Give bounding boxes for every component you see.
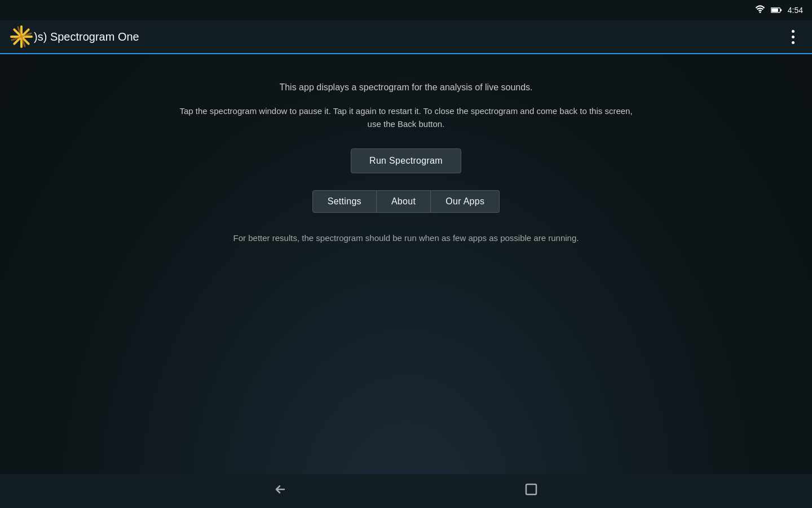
- app-bar: )s) Spectrogram One: [0, 20, 812, 54]
- main-content: This app displays a spectrogram for the …: [0, 54, 812, 474]
- app-title: )s) Spectrogram One: [34, 30, 783, 43]
- description-line2: Tap the spectrogram window to pause it. …: [152, 105, 660, 130]
- our-apps-button[interactable]: Our Apps: [431, 190, 500, 213]
- svg-rect-2: [771, 8, 778, 12]
- overflow-dot-3: [792, 41, 795, 44]
- recent-apps-icon[interactable]: [520, 478, 542, 504]
- status-time: 4:54: [788, 6, 803, 15]
- svg-rect-3: [780, 9, 782, 11]
- wifi-icon: [755, 5, 765, 15]
- description-line1: This app displays a spectrogram for the …: [279, 82, 532, 93]
- about-button[interactable]: About: [377, 190, 431, 213]
- svg-point-0: [759, 12, 761, 14]
- back-icon[interactable]: [270, 478, 294, 504]
- status-bar: 4:54: [0, 0, 812, 20]
- battery-icon: [771, 7, 782, 14]
- overflow-dot-2: [792, 36, 795, 38]
- tip-text: For better results, the spectrogram shou…: [233, 233, 579, 243]
- settings-button[interactable]: Settings: [312, 190, 377, 213]
- run-spectrogram-button[interactable]: Run Spectrogram: [351, 148, 461, 173]
- secondary-buttons: Settings About Our Apps: [312, 190, 500, 213]
- overflow-menu-button[interactable]: [783, 27, 803, 47]
- overflow-dot-1: [792, 30, 795, 33]
- app-logo: [9, 24, 34, 49]
- bottom-nav: [0, 474, 812, 508]
- svg-rect-10: [526, 484, 536, 494]
